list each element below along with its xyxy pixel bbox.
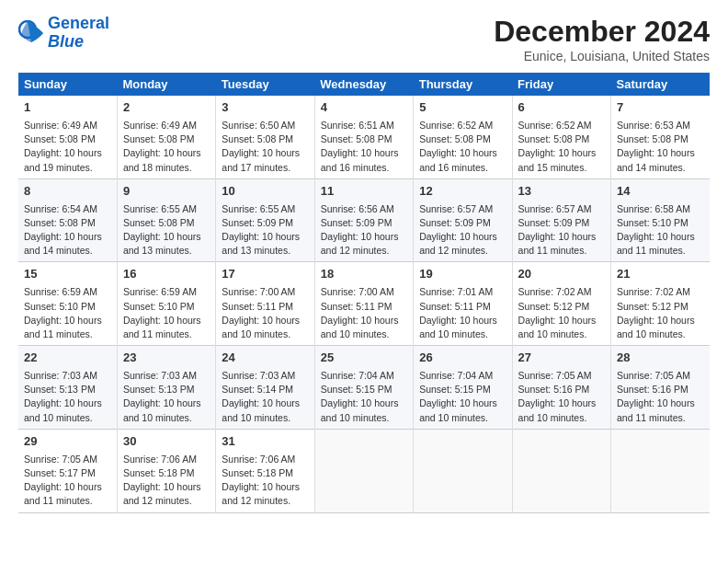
day-info: Daylight: 10 hours [123, 396, 210, 410]
day-number: 2 [123, 99, 210, 117]
day-number: 7 [617, 99, 704, 117]
table-row: 4Sunrise: 6:51 AMSunset: 5:08 PMDaylight… [314, 96, 413, 178]
page: General Blue December 2024 Eunice, Louis… [0, 0, 728, 523]
day-info: and 10 minutes. [419, 327, 506, 341]
logo-line2: Blue [48, 32, 84, 51]
day-info: Sunset: 5:08 PM [123, 132, 210, 146]
day-info: Sunset: 5:11 PM [321, 300, 407, 314]
day-info: Sunrise: 6:49 AM [123, 119, 210, 132]
day-info: and 11 minutes. [24, 494, 111, 508]
day-info: Sunrise: 7:01 AM [419, 285, 506, 299]
calendar-week-2: 15Sunrise: 6:59 AMSunset: 5:10 PMDayligh… [18, 262, 710, 346]
day-info: Sunset: 5:10 PM [24, 300, 111, 314]
calendar-week-1: 8Sunrise: 6:54 AMSunset: 5:08 PMDaylight… [18, 178, 710, 262]
day-info: Daylight: 10 hours [222, 230, 308, 244]
table-row: 18Sunrise: 7:00 AMSunset: 5:11 PMDayligh… [314, 262, 413, 346]
day-info: Daylight: 10 hours [419, 146, 506, 160]
day-info: Daylight: 10 hours [518, 146, 605, 160]
day-info: Sunset: 5:11 PM [419, 300, 506, 314]
day-info: Daylight: 10 hours [321, 314, 407, 327]
day-info: and 11 minutes. [617, 244, 704, 258]
day-info: and 14 minutes. [24, 244, 111, 258]
day-info: Sunrise: 6:55 AM [123, 202, 210, 216]
day-info: Sunset: 5:08 PM [24, 216, 111, 230]
day-number: 25 [321, 350, 407, 367]
day-number: 24 [222, 350, 308, 367]
table-row: 12Sunrise: 6:57 AMSunset: 5:09 PMDayligh… [414, 178, 512, 262]
day-info: and 16 minutes. [321, 161, 407, 175]
col-tuesday: Tuesday [216, 73, 314, 96]
day-info: Daylight: 10 hours [24, 146, 111, 160]
table-row: 8Sunrise: 6:54 AMSunset: 5:08 PMDaylight… [18, 178, 117, 262]
table-row: 23Sunrise: 7:03 AMSunset: 5:13 PMDayligh… [117, 346, 215, 430]
calendar-week-4: 29Sunrise: 7:05 AMSunset: 5:17 PMDayligh… [18, 429, 710, 512]
calendar-table: Sunday Monday Tuesday Wednesday Thursday… [18, 73, 710, 513]
table-row: 5Sunrise: 6:52 AMSunset: 5:08 PMDaylight… [414, 96, 512, 178]
day-number: 1 [24, 99, 111, 117]
day-info: Sunrise: 6:59 AM [123, 285, 210, 299]
day-info: Sunset: 5:08 PM [24, 132, 111, 146]
table-row: 28Sunrise: 7:05 AMSunset: 5:16 PMDayligh… [611, 346, 710, 430]
day-info: Daylight: 10 hours [617, 314, 704, 327]
day-info: Sunset: 5:09 PM [321, 216, 407, 230]
day-info: Sunset: 5:10 PM [123, 300, 210, 314]
logo-text: General Blue [48, 15, 109, 52]
day-info: Daylight: 10 hours [123, 230, 210, 244]
table-row: 29Sunrise: 7:05 AMSunset: 5:17 PMDayligh… [18, 429, 117, 512]
day-info: Daylight: 10 hours [222, 480, 308, 494]
day-info: Daylight: 10 hours [617, 230, 704, 244]
day-info: Daylight: 10 hours [419, 396, 506, 410]
day-info: Daylight: 10 hours [123, 314, 210, 327]
day-info: Sunset: 5:11 PM [222, 300, 308, 314]
table-row: 15Sunrise: 6:59 AMSunset: 5:10 PMDayligh… [18, 262, 117, 346]
col-monday: Monday [117, 73, 215, 96]
day-info: Sunset: 5:18 PM [222, 466, 308, 480]
day-info: Sunrise: 7:03 AM [24, 369, 111, 383]
day-info: Sunrise: 7:00 AM [222, 285, 308, 299]
day-info: and 17 minutes. [222, 161, 308, 175]
col-saturday: Saturday [611, 73, 710, 96]
day-number: 22 [24, 350, 111, 367]
day-info: and 10 minutes. [222, 411, 308, 425]
day-info: Daylight: 10 hours [617, 396, 704, 410]
day-info: Sunset: 5:13 PM [123, 383, 210, 396]
day-number: 23 [123, 350, 210, 367]
day-info: Daylight: 10 hours [419, 314, 506, 327]
day-number: 30 [123, 433, 210, 451]
day-info: Sunrise: 7:05 AM [617, 369, 704, 383]
day-info: Sunset: 5:08 PM [518, 132, 605, 146]
table-row [414, 429, 512, 512]
day-info: Sunrise: 6:54 AM [24, 202, 111, 216]
table-row: 25Sunrise: 7:04 AMSunset: 5:15 PMDayligh… [314, 346, 413, 430]
day-info: Sunrise: 6:57 AM [419, 202, 506, 216]
calendar-week-0: 1Sunrise: 6:49 AMSunset: 5:08 PMDaylight… [18, 96, 710, 178]
table-row: 10Sunrise: 6:55 AMSunset: 5:09 PMDayligh… [216, 178, 314, 262]
table-row: 13Sunrise: 6:57 AMSunset: 5:09 PMDayligh… [512, 178, 610, 262]
table-row: 6Sunrise: 6:52 AMSunset: 5:08 PMDaylight… [512, 96, 610, 178]
day-info: and 11 minutes. [24, 327, 111, 341]
logo: General Blue [18, 15, 109, 52]
logo-line1: General [48, 14, 109, 32]
day-info: and 10 minutes. [321, 411, 407, 425]
day-number: 5 [419, 99, 506, 117]
day-number: 16 [123, 266, 210, 283]
day-info: and 11 minutes. [617, 411, 704, 425]
day-info: Sunrise: 6:53 AM [617, 119, 704, 132]
day-info: and 12 minutes. [222, 494, 308, 508]
month-title: December 2024 [494, 15, 710, 49]
day-number: 11 [321, 183, 407, 201]
day-number: 21 [617, 266, 704, 283]
day-info: Sunset: 5:12 PM [617, 300, 704, 314]
title-area: December 2024 Eunice, Louisiana, United … [494, 15, 710, 63]
day-info: Sunset: 5:09 PM [419, 216, 506, 230]
day-info: Sunset: 5:09 PM [518, 216, 605, 230]
header: General Blue December 2024 Eunice, Louis… [18, 15, 710, 63]
day-info: and 10 minutes. [321, 327, 407, 341]
day-number: 6 [518, 99, 605, 117]
day-info: Sunset: 5:12 PM [518, 300, 605, 314]
day-info: and 10 minutes. [518, 411, 605, 425]
day-info: Daylight: 10 hours [321, 230, 407, 244]
table-row [611, 429, 710, 512]
table-row: 27Sunrise: 7:05 AMSunset: 5:16 PMDayligh… [512, 346, 610, 430]
day-info: Daylight: 10 hours [321, 146, 407, 160]
